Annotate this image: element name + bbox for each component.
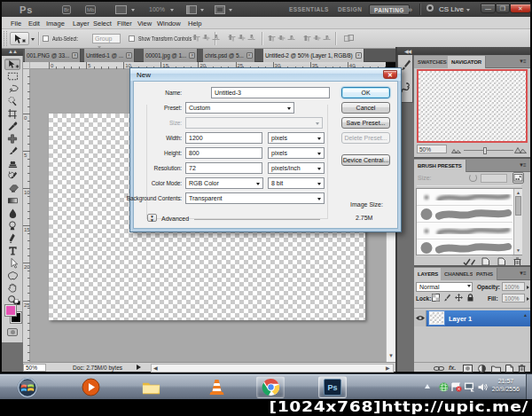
tool-type[interactable] — [4, 245, 20, 256]
tray-volume-icon[interactable] — [478, 382, 489, 392]
preset-combo[interactable]: Custom — [185, 102, 294, 114]
screen-mode-dropdown-icon[interactable] — [229, 9, 232, 12]
scroll-up-icon[interactable]: ▲ — [523, 312, 528, 318]
distribute-bottom-icon[interactable] — [287, 35, 297, 43]
tool-pen[interactable] — [4, 232, 20, 244]
opacity-slider-icon[interactable] — [527, 286, 529, 289]
fill-value[interactable]: 100% — [502, 294, 525, 302]
tool-move[interactable] — [4, 59, 20, 70]
tray-action-center-icon[interactable] — [451, 382, 462, 392]
brush-size-slider[interactable] — [417, 185, 521, 186]
chrome-icon[interactable] — [262, 378, 280, 396]
align-bottom-icon[interactable] — [212, 35, 222, 43]
align-right-icon[interactable] — [247, 35, 257, 43]
fill-slider-icon[interactable] — [527, 297, 529, 301]
color-mode-combo[interactable]: RGB Color — [185, 177, 263, 189]
navigator-preview[interactable] — [417, 69, 528, 143]
tool-lasso[interactable] — [4, 83, 20, 95]
tray-expand-icon[interactable] — [425, 384, 430, 389]
brush-preset-item[interactable] — [417, 189, 512, 206]
menu-file[interactable]: File — [11, 20, 21, 27]
resolution-input[interactable]: 72 — [185, 162, 262, 174]
tool-crop[interactable] — [4, 108, 20, 120]
background-contents-combo[interactable]: Transparent — [185, 192, 325, 204]
lock-pixels-icon[interactable] — [443, 294, 451, 302]
brush-size-field[interactable] — [481, 174, 507, 183]
auto-select-combo[interactable]: Group — [92, 34, 121, 43]
adjustment-layer-icon[interactable] — [478, 365, 486, 373]
delete-layer-icon[interactable] — [518, 365, 526, 373]
menu-view[interactable]: View — [137, 20, 152, 27]
size-combo[interactable] — [185, 117, 323, 129]
document-tab[interactable]: 001.PNG @ 33...✕ — [25, 49, 81, 62]
distribute-left-icon[interactable] — [303, 35, 313, 43]
show-transform-checkbox[interactable] — [129, 35, 135, 42]
cs-live-label[interactable]: CS Live — [439, 5, 464, 13]
brush-preset-item[interactable] — [417, 206, 512, 223]
tool-eraser[interactable] — [4, 183, 20, 194]
menu-layer[interactable]: Layer — [73, 20, 90, 27]
tool-preset-dropdown-icon[interactable] — [31, 38, 35, 41]
workspace-overflow-icon[interactable]: » — [408, 5, 412, 14]
tool-gradient[interactable] — [4, 195, 20, 207]
auto-select-checkbox[interactable] — [43, 35, 49, 42]
menu-select[interactable]: Select — [93, 20, 112, 27]
workspace-painting[interactable]: PAINTING — [369, 4, 410, 15]
brush-presets-panel-menu-icon[interactable]: ▼≡ — [519, 162, 528, 169]
align-top-icon[interactable] — [192, 35, 202, 43]
workspace-design[interactable]: DESIGN — [338, 4, 362, 15]
cs-live-dropdown-icon[interactable] — [466, 9, 470, 12]
distribute-vcenter-icon[interactable] — [278, 35, 287, 43]
lock-all-icon[interactable] — [466, 294, 474, 302]
lock-position-icon[interactable] — [455, 294, 463, 302]
new-group-icon[interactable] — [491, 365, 501, 373]
auto-align-icon[interactable] — [344, 35, 354, 43]
quick-mask-icon[interactable] — [7, 328, 18, 336]
bit-depth-combo[interactable]: 8 bit — [268, 177, 325, 189]
width-input[interactable]: 1200 — [185, 132, 262, 144]
layer-effects-icon[interactable]: fx. — [449, 365, 456, 371]
scroll-down-icon[interactable]: ▼ — [388, 353, 394, 358]
status-flyout-icon[interactable] — [137, 365, 141, 370]
menu-help[interactable]: Help — [188, 20, 201, 27]
navigator-zoom-slider[interactable] — [464, 150, 513, 151]
tab-brush-presets[interactable]: BRUSH PRESETS — [414, 160, 466, 172]
arrange-documents-dropdown-icon[interactable] — [200, 9, 204, 12]
align-vcenter-icon[interactable] — [202, 35, 212, 43]
screen-mode-icon[interactable] — [215, 5, 225, 14]
tool-quick-select[interactable] — [4, 96, 20, 107]
zoom-in-icon[interactable] — [514, 145, 527, 153]
navigator-panel-menu-icon[interactable]: ▼≡ — [519, 59, 528, 65]
explorer-folder-icon[interactable] — [142, 378, 160, 396]
tool-hand[interactable] — [4, 282, 20, 294]
brush-panel-toggle-icon[interactable] — [512, 172, 524, 184]
tab-swatches[interactable]: SWATCHES — [414, 56, 451, 68]
opacity-value[interactable]: 100% — [502, 282, 525, 291]
lock-transparency-icon[interactable] — [432, 294, 440, 302]
height-unit-combo[interactable]: pixels — [268, 147, 325, 159]
scrollbar-thumb[interactable] — [515, 196, 521, 216]
scroll-right-icon[interactable]: ▶ — [386, 365, 390, 372]
taskbar-clock[interactable]: 21:57 20/9/2556 — [492, 377, 520, 393]
workspace-essentials[interactable]: ESSENTIALS — [289, 4, 329, 15]
visibility-eye-icon[interactable] — [416, 315, 425, 321]
bridge-icon[interactable]: Br — [62, 5, 71, 14]
zoom-out-icon[interactable] — [451, 147, 461, 153]
start-button[interactable] — [17, 377, 38, 398]
tab-layers[interactable]: LAYERS — [414, 268, 442, 280]
view-extras-icon[interactable] — [115, 5, 127, 14]
tray-display-icon[interactable] — [465, 382, 475, 392]
document-tab-active[interactable]: Untitled-2 @ 50% (Layer 1, RGB/8)✕ — [263, 49, 364, 62]
layers-panel-menu-icon[interactable]: ▼≡ — [519, 271, 528, 277]
minimize-button[interactable]: — — [481, 4, 496, 13]
scroll-left-icon[interactable]: ◀ — [153, 365, 158, 372]
tool-healing[interactable] — [4, 133, 20, 145]
brush-preset-item[interactable] — [417, 239, 512, 256]
tool-shape[interactable] — [4, 270, 20, 281]
document-tab[interactable]: chris.psd @ 5...✕ — [203, 49, 255, 62]
dialog-title-bar[interactable]: New ✕ — [130, 68, 401, 81]
layer-row-selected[interactable]: Layer 1 ▲ — [414, 310, 530, 326]
mini-bridge-icon[interactable]: Mb — [85, 5, 96, 14]
advanced-expand-icon[interactable]: ▼▼ — [147, 214, 157, 222]
current-tool-icon[interactable] — [10, 32, 29, 45]
